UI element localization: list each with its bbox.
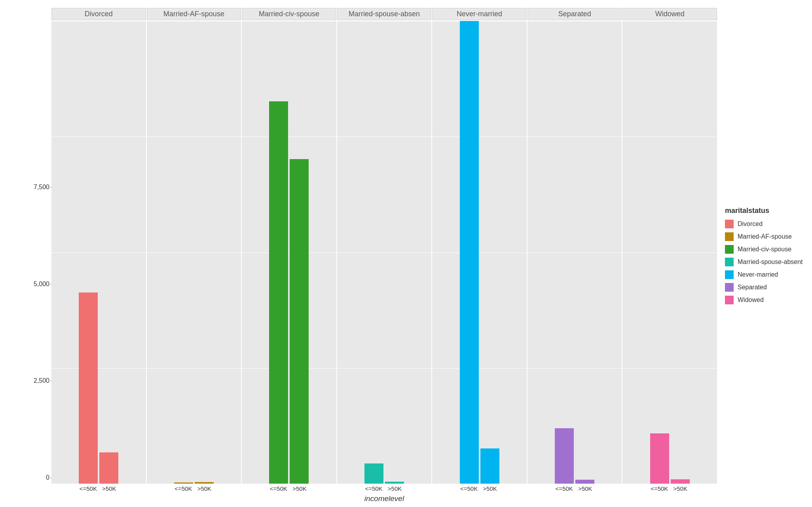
bar-separated-50K xyxy=(555,428,574,484)
plot-area-never-married xyxy=(432,21,527,484)
svg-text:7,500: 7,500 xyxy=(34,184,49,190)
legend-label-text: Widowed xyxy=(738,296,764,304)
bar-married-civ-spouse-50K xyxy=(269,101,288,484)
plot-area-married-spouse-absent xyxy=(337,21,432,484)
bar-never-married-50K xyxy=(460,21,479,484)
x-label-never-married-50K: >50K xyxy=(481,485,499,492)
legend-item-widowed: Widowed xyxy=(725,296,804,304)
x-label-separated-50K: <=50K xyxy=(555,485,573,492)
bar-divorced-50K xyxy=(99,452,118,484)
legend: maritalstatusDivorcedMarried-AF-spouseMa… xyxy=(717,8,808,503)
bar-married-spouse-absent-50K xyxy=(385,482,404,484)
bar-divorced-50K xyxy=(79,292,98,484)
legend-swatch-separated xyxy=(725,283,734,292)
legend-label-text: Divorced xyxy=(738,220,763,228)
x-label-married-af-spouse-50K: <=50K xyxy=(175,485,192,492)
svg-text:5,000: 5,000 xyxy=(34,281,49,287)
legend-item-married-civ-spouse: Married-civ-spouse xyxy=(725,245,804,254)
legend-label-text: Married-spouse-absent xyxy=(738,258,803,266)
plot-area-married-af-spouse xyxy=(147,21,241,484)
x-label-married-spouse-absent-50K: >50K xyxy=(386,485,404,492)
panel-married-spouse-absent: Married-spouse-absen<=50K>50K xyxy=(337,8,432,492)
x-label-married-af-spouse-50K: >50K xyxy=(195,485,213,492)
x-label-widowed-50K: >50K xyxy=(672,485,689,492)
legend-title: maritalstatus xyxy=(725,207,804,215)
x-label-never-married-50K: <=50K xyxy=(460,485,478,492)
plot-area-separated xyxy=(527,21,622,484)
x-axis-title-row: incomelevel xyxy=(28,492,717,503)
legend-label-text: Married-civ-spouse xyxy=(738,246,791,253)
plot-rows: 02,5005,0007,500 Divorced<=50K>50KMarrie… xyxy=(28,8,717,492)
svg-text:2,500: 2,500 xyxy=(34,377,49,384)
bar-married-af-spouse-50K xyxy=(174,482,193,484)
plot-area-divorced xyxy=(51,21,146,484)
legend-item-married-spouse-absent: Married-spouse-absent xyxy=(725,258,804,266)
legend-swatch-married-civ-spouse xyxy=(725,245,734,254)
bar-never-married-50K xyxy=(480,448,499,484)
x-label-married-civ-spouse-50K: <=50K xyxy=(269,485,287,492)
x-label-divorced-50K: <=50K xyxy=(79,485,97,492)
legend-swatch-married-af-spouse xyxy=(725,232,734,241)
bar-married-civ-spouse-50K xyxy=(290,159,309,484)
legend-swatch-widowed xyxy=(725,296,734,304)
legend-swatch-married-spouse-absent xyxy=(725,258,734,266)
x-axis-title: incomelevel xyxy=(51,492,717,503)
panel-separated: Separated<=50K>50K xyxy=(527,8,622,492)
x-label-separated-50K: >50K xyxy=(576,485,594,492)
x-label-divorced-50K: >50K xyxy=(100,485,118,492)
panel-never-married: Never-married<=50K>50K xyxy=(432,8,527,492)
panel-married-civ-spouse: Married-civ-spouse<=50K>50K xyxy=(242,8,336,492)
chart-main: 02,5005,0007,500 Divorced<=50K>50KMarrie… xyxy=(28,8,717,503)
panel-married-af-spouse: Married-AF-spouse<=50K>50K xyxy=(147,8,241,492)
legend-swatch-divorced xyxy=(725,220,734,228)
panel-divorced: Divorced<=50K>50K xyxy=(51,8,146,492)
y-axis: 02,5005,0007,500 xyxy=(28,8,51,492)
bar-widowed-50K xyxy=(671,479,690,484)
legend-label-text: Never-married xyxy=(738,271,778,278)
all-panels: Divorced<=50K>50KMarried-AF-spouse<=50K>… xyxy=(51,8,717,492)
legend-item-married-af-spouse: Married-AF-spouse xyxy=(725,232,804,241)
legend-swatch-never-married xyxy=(725,270,734,279)
plot-area-married-civ-spouse xyxy=(242,21,336,484)
x-label-widowed-50K: <=50K xyxy=(651,485,668,492)
legend-label-text: Married-AF-spouse xyxy=(738,233,792,240)
bar-widowed-50K xyxy=(650,433,669,484)
chart-container: 02,5005,0007,500 Divorced<=50K>50KMarrie… xyxy=(0,0,812,507)
legend-label-text: Separated xyxy=(738,284,767,291)
bar-married-af-spouse-50K xyxy=(195,482,214,484)
x-label-married-civ-spouse-50K: >50K xyxy=(290,485,308,492)
legend-item-never-married: Never-married xyxy=(725,270,804,279)
legend-item-divorced: Divorced xyxy=(725,220,804,228)
bar-separated-50K xyxy=(575,480,594,484)
legend-item-separated: Separated xyxy=(725,283,804,292)
bar-married-spouse-absent-50K xyxy=(364,463,383,484)
panel-widowed: Widowed<=50K>50K xyxy=(622,8,717,492)
plot-area-widowed xyxy=(622,21,717,484)
x-label-married-spouse-absent-50K: <=50K xyxy=(365,485,383,492)
svg-text:0: 0 xyxy=(46,474,49,481)
